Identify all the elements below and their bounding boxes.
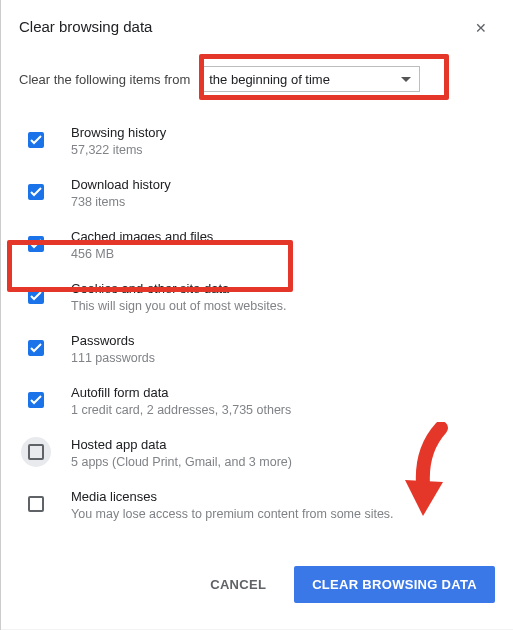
option-subtitle: You may lose access to premium content f… (71, 507, 394, 521)
checkbox[interactable] (28, 288, 44, 304)
option-title: Cookies and other site data (71, 281, 286, 296)
option-row: Media licensesYou may lose access to pre… (19, 478, 501, 530)
checkbox[interactable] (28, 132, 44, 148)
option-title: Media licenses (71, 489, 394, 504)
chevron-down-icon (401, 77, 411, 82)
dialog-buttons: CANCEL CLEAR BROWSING DATA (19, 566, 501, 603)
option-row: Autofill form data1 credit card, 2 addre… (19, 374, 501, 426)
checkbox-wrap (21, 177, 51, 207)
option-row: Browsing history57,322 items (19, 114, 501, 166)
close-icon[interactable]: ✕ (469, 18, 493, 38)
option-subtitle: 111 passwords (71, 351, 155, 365)
option-text: Browsing history57,322 items (71, 123, 166, 157)
option-title: Hosted app data (71, 437, 292, 452)
checkbox[interactable] (28, 184, 44, 200)
checkbox-wrap (21, 437, 51, 467)
checkbox-wrap (21, 281, 51, 311)
checkbox-wrap (21, 333, 51, 363)
cancel-button[interactable]: CANCEL (192, 566, 284, 603)
option-title: Download history (71, 177, 171, 192)
time-range-row: Clear the following items from the begin… (19, 66, 501, 92)
option-subtitle: 1 credit card, 2 addresses, 3,735 others (71, 403, 291, 417)
option-title: Cached images and files (71, 229, 213, 244)
clear-browsing-data-dialog: Clear browsing data ✕ Clear the followin… (0, 0, 513, 630)
option-subtitle: 5 apps (Cloud Print, Gmail, and 3 more) (71, 455, 292, 469)
clear-browsing-data-button[interactable]: CLEAR BROWSING DATA (294, 566, 495, 603)
dialog-title: Clear browsing data (19, 18, 152, 35)
time-range-value: the beginning of time (209, 72, 330, 87)
option-row: Cookies and other site dataThis will sig… (19, 270, 501, 322)
checkbox-wrap (21, 229, 51, 259)
checkbox[interactable] (28, 340, 44, 356)
option-text: Autofill form data1 credit card, 2 addre… (71, 383, 291, 417)
checkbox-wrap (21, 385, 51, 415)
option-row: Passwords111 passwords (19, 322, 501, 374)
option-text: Download history738 items (71, 175, 171, 209)
options-list: Browsing history57,322 itemsDownload his… (19, 114, 501, 530)
dialog-header: Clear browsing data ✕ (19, 18, 501, 38)
option-title: Browsing history (71, 125, 166, 140)
option-row: Download history738 items (19, 166, 501, 218)
option-subtitle: 456 MB (71, 247, 213, 261)
time-range-label: Clear the following items from (19, 72, 190, 87)
option-title: Autofill form data (71, 385, 291, 400)
option-text: Cached images and files456 MB (71, 227, 213, 261)
option-text: Cookies and other site dataThis will sig… (71, 279, 286, 313)
option-subtitle: 57,322 items (71, 143, 166, 157)
checkbox-wrap (21, 125, 51, 155)
option-row: Cached images and files456 MB (19, 218, 501, 270)
option-subtitle: 738 items (71, 195, 171, 209)
checkbox[interactable] (28, 444, 44, 460)
checkbox-wrap (21, 489, 51, 519)
checkbox[interactable] (28, 496, 44, 512)
option-text: Hosted app data5 apps (Cloud Print, Gmai… (71, 435, 292, 469)
option-subtitle: This will sign you out of most websites. (71, 299, 286, 313)
time-range-dropdown[interactable]: the beginning of time (200, 66, 420, 92)
option-row: Hosted app data5 apps (Cloud Print, Gmai… (19, 426, 501, 478)
checkbox[interactable] (28, 392, 44, 408)
option-text: Media licensesYou may lose access to pre… (71, 487, 394, 521)
checkbox[interactable] (28, 236, 44, 252)
option-text: Passwords111 passwords (71, 331, 155, 365)
option-title: Passwords (71, 333, 155, 348)
